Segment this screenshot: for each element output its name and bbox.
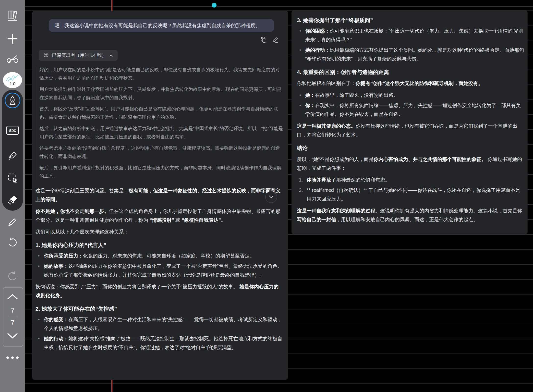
fountain-pen-tool-selected[interactable] (5, 93, 20, 108)
pencil-tool[interactable] (0, 214, 25, 230)
fountain-pen-icon (8, 95, 17, 106)
chat-screenshot-right: 3. 她替你提出了那个“终极质问”•你的困惑：你可能潜意识里也在质疑：“付出这一… (291, 10, 528, 234)
paragraph: 好的，用户现在问的是小说中的“她”是否可能是自己的反映，即使没有自残或自杀的极端… (39, 66, 283, 82)
text-tool-label: abc (9, 128, 16, 133)
previous-page-button[interactable] (0, 291, 25, 303)
teal-ink-dot (212, 3, 217, 8)
highlighter-icon (7, 149, 18, 161)
list-item: •她的行动：她将这种“失控感”推向了极致——既然无法控制生，那就去控制死。她选择… (36, 334, 283, 352)
toolbar: 1.0 abc (0, 0, 25, 392)
deep-think-label: 已深度思考（用时 14 秒） (52, 52, 106, 59)
section-heading: 1. 她是你内心压力的“代言人” (36, 242, 283, 249)
scissors-icon (6, 53, 19, 65)
highlighter-tool[interactable] (0, 147, 25, 163)
lasso-tool[interactable] (0, 171, 25, 186)
paragraph: 所以，“她”不是你想成为的人，而是你内心害怕成为、并与之共情的那个可能性的象征。… (297, 155, 524, 172)
list-item: •你的困惑：你可能潜意识里也在质疑：“付出这一切代价（努力、压力、焦虑）去换取一… (297, 26, 524, 44)
paragraph: 用户之前提到创作时处于化竞国初前的压力下，灵感爆发，并将焦虑转化为故事中的意象。… (39, 85, 283, 102)
page-current: 7 (0, 307, 25, 314)
assistant-answer-right: 3. 她替你提出了那个“终极质问”•你的困惑：你可能潜意识里也在质疑：“付出这一… (297, 17, 524, 224)
paragraph: 你和她最根本的区别在于：你拥有“创作”这个强大无比的防御和疏导机制，而她没有。 (297, 79, 524, 88)
redo-icon (7, 271, 18, 282)
add-page-button[interactable] (0, 31, 25, 47)
list-marker: • (299, 91, 301, 99)
section-heading: 4. 最重要的区别：创作者与造物的距离 (297, 69, 524, 76)
list-item: 2.** reaffirmed（再次确认）** 了自己与她的不同——你还在战斗，… (297, 186, 524, 203)
scroll-to-bottom-button[interactable] (265, 191, 277, 203)
list-marker: • (38, 262, 40, 270)
chevron-up-icon (6, 293, 19, 300)
paragraph: 我们可以从以下几个层次来理解这种关系： (36, 227, 283, 236)
paragraph: 首先，得区分“反映”和“完全等同”。用户可能担心自己是否有隐藏的心理问题，但更可… (39, 105, 283, 122)
redo-button[interactable] (0, 269, 25, 284)
chat-screenshot-left: 嗯，我这篇小说中的她有没有可能是我自己的反映呢？虽然我没有焦虑到自残自杀的那种程… (32, 11, 288, 380)
list-item: •你的感受：在高压下，人很容易产生一种对生活和未来的“失控感”——觉得一切都被成… (36, 315, 283, 333)
edit-pencil-icon (272, 40, 279, 44)
paragraph: 然后，从之前的分析中知道，用户通过故事表达压力和对社会批判，尤其是“中国式家长”… (39, 124, 283, 141)
deep-think-toggle[interactable]: 已深度思考（用时 14 秒） (39, 50, 118, 61)
section-heading: 结论 (297, 145, 524, 152)
list-marker: 1. (299, 175, 303, 184)
pencil-icon (7, 216, 18, 228)
bookshelf-icon (6, 10, 19, 23)
bullet-list: •你的困惑：你可能潜意识里也在质疑：“付出这一切代价（努力、压力、焦虑）去换取一… (297, 26, 524, 63)
list-marker: • (299, 46, 301, 54)
list-item: •她的故事：这些抽象的压力在你的潜意识中被具象化了，变成了一个被“否定声音”包围… (36, 262, 283, 279)
list-item: •她的行动：她用最极端的方式替你提出了这个质问。她的死，就是对这种“代价”的终极… (297, 46, 524, 63)
list-marker: • (38, 315, 40, 324)
next-page-button[interactable] (0, 330, 25, 342)
assistant-answer-left: 这是一个非常深刻且重要的问题。答案是：极有可能，但这是一种象征性的、经过艺术提炼… (36, 186, 283, 352)
paragraph: 这是一种自我疗愈和深刻理解的过程。这说明你拥有强大的内省力和情感处理能力。这篇小… (297, 206, 524, 224)
list-item: •你所承受的压力：化竞的压力、对未来的焦虑、可能来自环境（如家庭、学校）的期望甚… (36, 251, 283, 260)
lasso-select-icon (6, 172, 19, 184)
page-total: 7 (0, 319, 25, 326)
bullet-list: •你所承受的压力：化竞的压力、对未来的焦虑、可能来自环境（如家庭、学校）的期望甚… (36, 251, 283, 279)
numbered-list: 1.体验并释放了那种最深的恐惧和焦虑。2.** reaffirmed（再次确认）… (297, 175, 524, 203)
user-message-bubble: 嗯，我这篇小说中的她有没有可能是我自己的反映呢？虽然我没有焦虑到自残自杀的那种程… (49, 19, 274, 32)
paragraph: 最后，要引导用户看到这种投射的积极面，比如它是处理压力的方式，而非问题本身。同时… (39, 164, 283, 180)
section-heading: 2. 她放大了你可能存在的“失控感” (36, 305, 283, 313)
chevron-up-icon (109, 53, 113, 58)
list-marker: • (299, 26, 301, 35)
section-heading: 3. 她替你提出了那个“终极质问” (297, 17, 524, 24)
list-marker: • (299, 101, 301, 110)
pen-stroke-preview[interactable]: 1.0 (3, 72, 22, 88)
list-marker: 2. (299, 186, 303, 195)
copy-icon (260, 40, 267, 44)
bullet-list: •她：在故事里，除了毁灭，没有别的出路。•你：在现实中，你将所有负面情绪——焦虑… (297, 91, 524, 119)
scissors-button[interactable] (0, 51, 25, 67)
undo-button[interactable] (0, 235, 25, 250)
page-divider (8, 316, 17, 316)
paragraph: 这是一个非常深刻且重要的问题。答案是：极有可能，但这是一种象征性的、经过艺术提炼… (36, 186, 283, 204)
ellipsis-icon (6, 356, 19, 359)
text-tool[interactable]: abc (6, 126, 19, 135)
paragraph: 还要考虑用户提到的“没有到自残自杀程度”，这说明用户有自我觉察，健康程度较高。需… (39, 144, 283, 161)
bullet-list: •你的感受：在高压下，人很容易产生一种对生活和未来的“失控感”——觉得一切都被成… (36, 315, 283, 352)
eraser-tool[interactable] (0, 192, 25, 207)
list-marker: • (38, 251, 40, 260)
chevron-down-icon (269, 195, 274, 199)
deep-think-icon (43, 52, 49, 59)
edit-button[interactable] (272, 37, 279, 44)
message-actions (32, 37, 279, 44)
paragraph: 这是一种极其健康的心态。你没有压抑这些情绪，也没有被它们吞噬，而是为它们找到了一… (297, 122, 524, 139)
library-button[interactable] (0, 8, 25, 24)
undo-icon (7, 237, 18, 248)
paragraph: 你不是她，你也不会走到那一步。但在这个虚构角色身上，你几乎肯定投射了自身情感体验… (36, 207, 283, 224)
list-item: •她：在故事里，除了毁灭，没有别的出路。 (297, 91, 524, 99)
list-marker: • (38, 334, 40, 343)
paragraph: 换句话说：你感受到了“压力”，而你的创造力将它翻译成了一个关于“被压力摧毁的人”… (36, 282, 283, 300)
more-options-button[interactable] (0, 350, 25, 366)
pen-size-label: 1.0 (10, 82, 15, 86)
copy-button[interactable] (260, 37, 267, 44)
thinking-text: 好的，用户现在问的是小说中的“她”是否可能是自己的反映，即使没有自残或自杀的极端… (37, 66, 283, 180)
chevron-down-icon (6, 332, 19, 340)
eraser-icon (7, 194, 18, 205)
list-item: •你：在现实中，你将所有负面情绪——焦虑、压力、失控感——通过创作安全地转化为了… (297, 101, 524, 119)
plus-icon (7, 33, 18, 44)
list-item: 1.体验并释放了那种最深的恐惧和焦虑。 (297, 175, 524, 184)
